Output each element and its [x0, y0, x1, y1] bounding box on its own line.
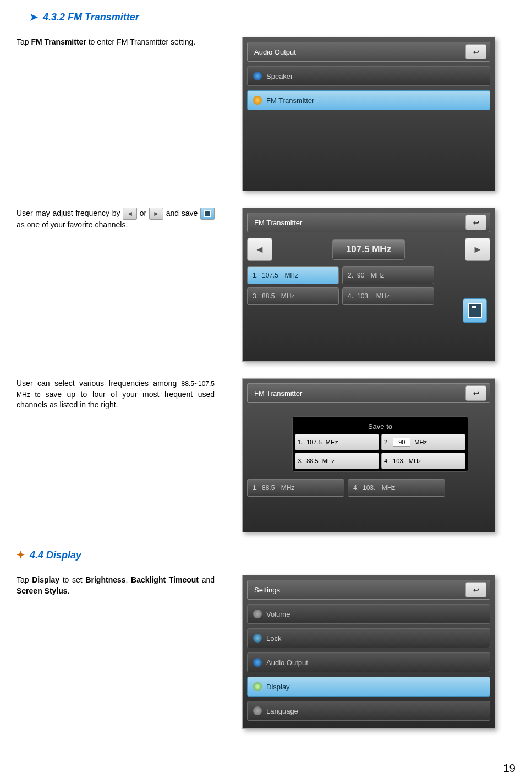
screenshot-audio-output: Audio Output ↩ Speaker FM Transmitter	[242, 37, 495, 191]
bg-preset[interactable]: 4.103. MHz	[348, 479, 445, 497]
screenshot-save-to: FM Transmitter ↩ 1.88.5 MHz 4.103. MHz S…	[242, 378, 495, 532]
save-to-popup: Save to 1. 107.5 MHz 2. 90 MHz 3. 88.5 M…	[292, 416, 468, 472]
para-enter-fm: Tap FM Transmitter to enter FM Transmitt…	[17, 37, 215, 48]
back-button[interactable]: ↩	[465, 385, 486, 401]
para-adjust-freq: User may adjust frequency by ◄ or ► and …	[17, 208, 215, 231]
preset-3[interactable]: 3.88.5 MHz	[247, 287, 339, 305]
preset-4[interactable]: 4.103. MHz	[342, 287, 434, 305]
page-number: 19	[17, 762, 515, 775]
back-button[interactable]: ↩	[465, 215, 486, 230]
preset-2[interactable]: 2.90 MHz	[342, 266, 434, 284]
menu-item-lock[interactable]: Lock	[247, 628, 490, 648]
screenshot-settings: Settings ↩ Volume Lock Audio Output Disp…	[242, 575, 495, 729]
popup-slot-4[interactable]: 4. 103. MHz	[381, 453, 465, 469]
menu-item-fm-transmitter[interactable]: FM Transmitter	[247, 90, 490, 110]
menu-item-display[interactable]: Display	[247, 677, 490, 697]
freq-up-button[interactable]: ►	[465, 238, 490, 261]
floppy-icon	[468, 303, 482, 318]
back-button[interactable]: ↩	[465, 582, 486, 597]
freq-down-button[interactable]: ◄	[247, 238, 272, 261]
lock-icon	[253, 634, 262, 643]
freq-input[interactable]: 90	[393, 438, 410, 447]
menu-item-speaker[interactable]: Speaker	[247, 66, 490, 86]
screen1-title: Audio Output	[254, 48, 296, 56]
current-frequency: 107.5 MHz	[332, 239, 405, 260]
inline-right-arrow-icon: ►	[149, 208, 163, 220]
screen4-title: Settings	[254, 586, 280, 594]
screen3-title: FM Transmitter	[254, 389, 302, 398]
arrow-bullet-icon: ➤	[30, 11, 43, 23]
fm-icon	[253, 96, 262, 105]
menu-item-audio-output[interactable]: Audio Output	[247, 652, 490, 672]
screenshot-fm-tuner: FM Transmitter ↩ ◄ 107.5 MHz ► 1.107.5 M…	[242, 208, 495, 362]
para-display: Tap Display to set Brightness, Backlight…	[17, 575, 215, 596]
heading-4-3-2: ➤4.3.2 FM Transmitter	[30, 11, 515, 23]
inline-save-icon	[200, 208, 215, 220]
plus-bullet-icon: ✦	[17, 549, 30, 561]
volume-icon	[253, 610, 262, 618]
menu-item-volume[interactable]: Volume	[247, 604, 490, 624]
popup-slot-3[interactable]: 3. 88.5 MHz	[295, 453, 379, 469]
audio-output-icon	[253, 658, 262, 667]
bg-preset[interactable]: 1.88.5 MHz	[247, 479, 344, 497]
save-button[interactable]	[463, 298, 487, 323]
back-button[interactable]: ↩	[465, 44, 486, 59]
language-icon	[253, 706, 262, 715]
para-save-presets: User can select various frequencies amon…	[17, 378, 215, 411]
screen2-title: FM Transmitter	[254, 219, 302, 227]
inline-left-arrow-icon: ◄	[123, 208, 137, 220]
menu-item-language[interactable]: Language	[247, 701, 490, 721]
popup-slot-1[interactable]: 1. 107.5 MHz	[295, 434, 379, 450]
display-icon	[253, 682, 262, 691]
preset-1[interactable]: 1.107.5 MHz	[247, 266, 339, 284]
popup-title: Save to	[295, 419, 465, 434]
heading-4-4: ✦4.4 Display	[17, 549, 515, 561]
popup-slot-2[interactable]: 2. 90 MHz	[381, 434, 465, 450]
speaker-icon	[253, 72, 262, 80]
